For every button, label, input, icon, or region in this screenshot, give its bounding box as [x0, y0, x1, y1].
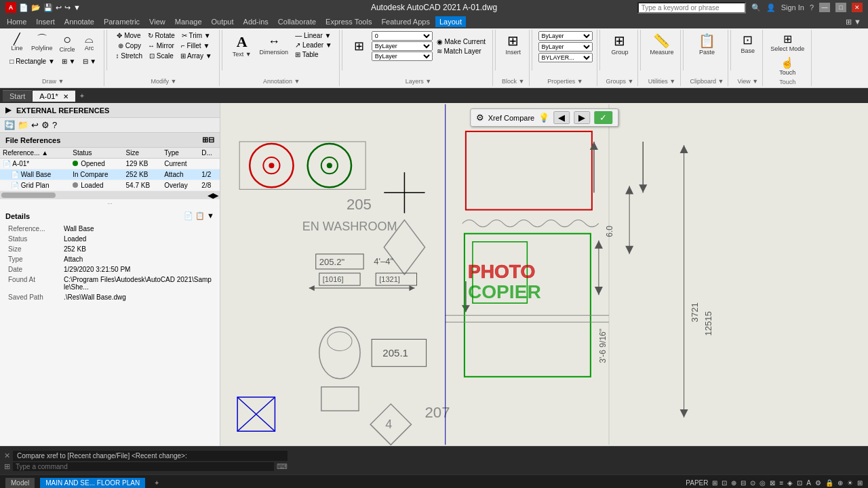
ribbon-btn-layer-properties[interactable]: ⊞	[349, 35, 370, 57]
cmdline-keyboard-icon[interactable]: ⌨	[277, 462, 288, 471]
status-icon-transparency[interactable]: ◈	[787, 479, 793, 487]
ribbon-btn-match-layer[interactable]: ≋ Match Layer	[434, 47, 488, 56]
col-status[interactable]: Status	[70, 148, 123, 159]
menu-addins[interactable]: Add-ins	[239, 16, 273, 27]
table-row[interactable]: 📄 Wall Base In Compare 252 KB Attach 1/2	[0, 169, 220, 180]
horizontal-scrollbar[interactable]: ◀▶	[0, 191, 220, 199]
model-tab[interactable]: Model	[5, 478, 35, 488]
menu-collaborate[interactable]: Collaborate	[274, 16, 320, 27]
menu-output[interactable]: Output	[208, 16, 238, 27]
status-icon-osnap[interactable]: ◎	[760, 479, 766, 487]
status-icon-lock[interactable]: 🔒	[825, 479, 833, 487]
layer-dropdown[interactable]: 0	[372, 31, 433, 41]
xref-prev-button[interactable]: ◀	[553, 111, 570, 124]
status-icon-annoscale[interactable]: A	[806, 479, 811, 487]
cmdline-close-icon[interactable]: ✕	[4, 451, 10, 460]
status-icon-lineweight[interactable]: ≡	[779, 479, 783, 487]
properties-bylayer3[interactable]: BYLAYER...	[538, 53, 593, 62]
canvas-area[interactable]: ⚙ Xref Compare 💡 ◀ ▶ ✓	[220, 103, 868, 446]
menu-home[interactable]: Home	[3, 16, 31, 27]
ribbon-btn-polyline[interactable]: ⌒ Polyline	[28, 33, 56, 53]
ribbon-btn-base[interactable]: ⊡ Base	[738, 31, 758, 56]
menu-annotate[interactable]: Annotate	[60, 16, 98, 27]
ribbon-btn-make-current[interactable]: ◉ Make Current	[434, 37, 488, 46]
xref-light-icon[interactable]: 💡	[538, 113, 549, 123]
help-icon[interactable]: ?	[810, 3, 814, 12]
menu-express[interactable]: Express Tools	[321, 16, 376, 27]
scroll-arrows[interactable]: ◀▶	[208, 191, 218, 200]
tab-start[interactable]: Start	[3, 90, 32, 102]
ribbon-btn-dimension[interactable]: ↔ Dimension	[257, 33, 292, 57]
menu-insert[interactable]: Insert	[32, 16, 59, 27]
menu-parametric[interactable]: Parametric	[100, 16, 144, 27]
ribbon-btn-array[interactable]: ⊞ Array ▼	[178, 52, 215, 60]
status-icon-sel[interactable]: ⊡	[797, 479, 802, 487]
qat-redo[interactable]: ↪	[64, 3, 71, 12]
ribbon-btn-leader[interactable]: ↗ Leader ▼	[292, 41, 335, 49]
settings-icon[interactable]: ⚙	[41, 120, 50, 130]
undo-icon[interactable]: ↩	[31, 120, 39, 130]
status-icon-workspace[interactable]: ⚙	[815, 479, 821, 487]
help-icon-refs[interactable]: ?	[52, 120, 57, 130]
open-icon[interactable]: 📁	[18, 120, 28, 130]
status-icon-isolate[interactable]: ☀	[847, 479, 853, 487]
qat-undo[interactable]: ↩	[56, 3, 62, 12]
minimize-button[interactable]: —	[819, 3, 830, 12]
ribbon-btn-rectangle[interactable]: □ Rectangle ▼	[7, 57, 58, 66]
status-icon-snap[interactable]: ⊕	[731, 479, 736, 487]
col-size[interactable]: Size	[123, 148, 162, 159]
status-icon-1[interactable]: ⊞	[712, 479, 717, 487]
status-icon-ortho[interactable]: ⊟	[741, 479, 746, 487]
status-icon-polar[interactable]: ⊙	[750, 479, 755, 487]
qat-open[interactable]: 📂	[31, 3, 41, 12]
collapse-icon[interactable]: ▶	[5, 106, 11, 115]
table-row[interactable]: 📄 A-01* Opened 129 KB Current	[0, 159, 220, 169]
ribbon-btn-paste[interactable]: 📋 Paste	[696, 31, 718, 57]
status-icon-2[interactable]: ⊡	[722, 479, 727, 487]
xref-ok-button[interactable]: ✓	[594, 111, 612, 124]
ribbon-btn-measure[interactable]: 📏 Measure	[647, 31, 676, 57]
command-input[interactable]	[13, 462, 274, 471]
menu-featured[interactable]: Featured Apps	[377, 16, 434, 27]
qat-save[interactable]: 💾	[43, 3, 53, 12]
menu-manage[interactable]: Manage	[171, 16, 206, 27]
status-icon-hardware[interactable]: ⊕	[837, 479, 843, 487]
ribbon-btn-table[interactable]: ⊞ Table	[292, 50, 335, 59]
ribbon-btn-mirror[interactable]: ↔ Mirror	[145, 41, 177, 50]
refresh-icon[interactable]: 🔄	[4, 120, 15, 130]
col-type[interactable]: Type	[161, 148, 199, 159]
ribbon-btn-stretch[interactable]: ↕ Stretch	[113, 52, 145, 60]
table-row[interactable]: 📄 Grid Plan Loaded 54.7 KB Overlay 2/8	[0, 180, 220, 191]
linetype-dropdown[interactable]: ByLayer	[372, 52, 433, 61]
status-icon-properties[interactable]: ⊞	[857, 479, 863, 487]
qat-new[interactable]: 📄	[19, 3, 28, 12]
menu-view[interactable]: View	[145, 16, 170, 27]
ribbon-btn-line[interactable]: ╱ Line	[7, 33, 27, 53]
tab-a01[interactable]: A-01* ✕	[33, 90, 75, 102]
properties-bylayer2[interactable]: ByLayer	[538, 42, 593, 52]
file-refs-icons[interactable]: ⊞⊟	[202, 136, 214, 144]
ribbon-btn-copy[interactable]: ⊕ Copy	[115, 41, 144, 50]
ribbon-btn-move[interactable]: ✥ Move	[114, 31, 143, 40]
ribbon-btn-trim[interactable]: ✂ Trim ▼	[179, 31, 214, 40]
ribbon-btn-linear[interactable]: — Linear ▼	[292, 31, 335, 40]
resize-handle[interactable]: ···	[0, 199, 220, 207]
ribbon-btn-rotate[interactable]: ↻ Rotate	[145, 31, 178, 40]
tab-close-a01[interactable]: ✕	[63, 93, 68, 100]
user-icon[interactable]: 👤	[766, 3, 776, 12]
layout-tab[interactable]: MAIN AND SE... FLOOR PLAN	[40, 478, 145, 488]
color-dropdown[interactable]: ByLayer	[372, 41, 433, 51]
ribbon-btn-hatch[interactable]: ⊞ ▼	[59, 57, 79, 66]
details-icons[interactable]: 📄 📋 ▼	[184, 211, 214, 220]
sign-in[interactable]: Sign In	[781, 3, 804, 12]
properties-bylayer1[interactable]: ByLayer	[538, 31, 593, 41]
add-layout-tab[interactable]: +	[151, 478, 163, 488]
menu-options[interactable]: ⊞ ▼	[842, 16, 865, 28]
close-button[interactable]: ✕	[852, 3, 863, 12]
ribbon-btn-arc[interactable]: ⌓ Arc	[79, 33, 100, 53]
search-icon[interactable]: 🔍	[751, 3, 761, 12]
search-input[interactable]	[637, 2, 746, 14]
qat-more[interactable]: ▼	[73, 3, 81, 12]
maximize-button[interactable]: □	[835, 3, 846, 12]
ribbon-btn-select-mode[interactable]: ⊞ Select Mode	[768, 31, 807, 54]
